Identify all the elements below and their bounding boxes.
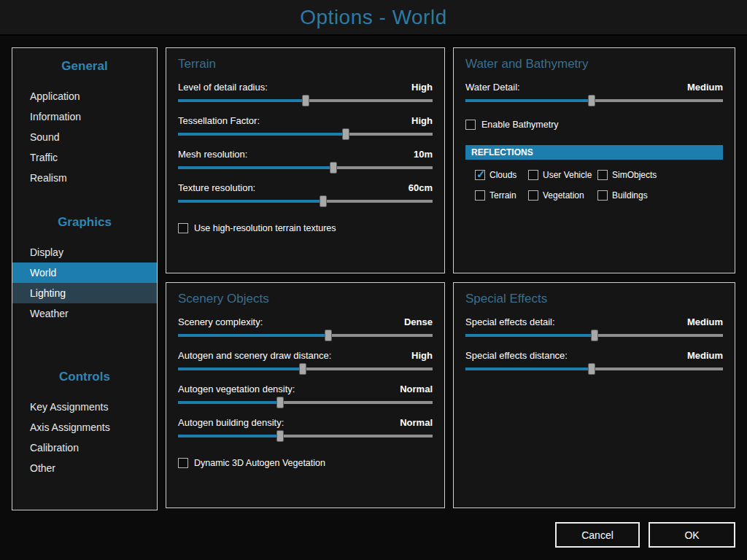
sidebar-item-world[interactable]: World [12, 262, 157, 283]
sidebar-item-weather[interactable]: Weather [12, 303, 157, 324]
slider-level-of-detail-radius: Level of detail radius: High [178, 82, 433, 102]
slider-thumb[interactable] [302, 95, 309, 106]
checkbox-icon[interactable] [178, 458, 188, 468]
slider-thumb[interactable] [342, 128, 349, 140]
sidebar-item-calibration[interactable]: Calibration [12, 438, 157, 458]
slider-label: Autogen and scenery draw distance: [178, 350, 331, 362]
slider-thumb[interactable] [588, 95, 595, 106]
sidebar-item-traffic[interactable]: Traffic [12, 147, 157, 168]
checkbox-reflections-terrain[interactable]: Terrain [475, 190, 528, 201]
sidebar-item-other[interactable]: Other [12, 458, 157, 478]
slider-label: Special effects detail: [465, 316, 555, 328]
slider-label: Autogen building density: [178, 417, 284, 429]
slider-special-effects-detail: Special effects detail: Medium [465, 316, 723, 337]
slider-value: 60cm [409, 182, 433, 194]
slider-label: Autogen vegetation density: [178, 384, 295, 395]
slider-track[interactable] [178, 334, 433, 337]
checkbox-icon[interactable] [528, 170, 538, 180]
checkbox-label: Vegetation [543, 190, 584, 201]
checkbox-label: Buildings [612, 190, 648, 201]
slider-value: High [411, 82, 433, 93]
slider-track[interactable] [178, 200, 433, 203]
checkbox-reflections-vegetation[interactable]: Vegetation [528, 190, 597, 201]
checkbox-icon[interactable] [528, 190, 538, 201]
checkbox-dynamic-3d-autogen-vegetation[interactable]: Dynamic 3D Autogen Vegetation [178, 458, 433, 468]
slider-thumb[interactable] [588, 363, 595, 375]
slider-value: Medium [687, 316, 723, 328]
slider-fill [178, 133, 346, 136]
slider-fill [178, 200, 323, 203]
slider-thumb[interactable] [591, 330, 598, 341]
slider-value: High [411, 115, 433, 127]
water-panel: Water and Bathymetry Water Detail: Mediu… [453, 47, 735, 273]
slider-special-effects-distance: Special effects distance: Medium [465, 350, 723, 370]
slider-label: Mesh resolution: [178, 149, 247, 160]
slider-mesh-resolution: Mesh resolution: 10m [178, 149, 433, 169]
slider-thumb[interactable] [299, 363, 306, 375]
cancel-button[interactable]: Cancel [555, 522, 640, 548]
checkbox-label: SimObjects [612, 170, 657, 180]
slider-track[interactable] [465, 334, 723, 337]
slider-label: Texture resolution: [178, 182, 255, 194]
checkbox-high-res-terrain-textures[interactable]: Use high-resolution terrain textures [178, 223, 433, 233]
slider-track[interactable] [178, 401, 433, 404]
slider-track[interactable] [465, 368, 723, 370]
checkbox-icon[interactable] [597, 170, 608, 180]
checkbox-label: User Vehicle [543, 170, 592, 180]
slider-thumb[interactable] [276, 397, 284, 408]
checkbox-reflections-clouds[interactable]: Clouds [475, 170, 528, 180]
slider-thumb[interactable] [330, 162, 337, 174]
checkbox-icon[interactable] [465, 120, 476, 130]
checkbox-reflections-simobjects[interactable]: SimObjects [597, 170, 723, 180]
slider-label: Water Detail: [465, 82, 520, 93]
slider-thumb[interactable] [325, 330, 332, 341]
sidebar-item-lighting[interactable]: Lighting [12, 283, 157, 303]
slider-thumb[interactable] [320, 195, 327, 207]
slider-track[interactable] [178, 99, 433, 102]
checkbox-icon[interactable] [178, 223, 188, 233]
slider-label: Special effects distance: [465, 350, 568, 362]
sidebar-item-information[interactable]: Information [12, 106, 157, 127]
slider-label: Tessellation Factor: [178, 115, 260, 127]
slider-value: 10m [414, 149, 433, 160]
slider-fill [465, 368, 592, 370]
checkbox-reflections-buildings[interactable]: Buildings [597, 190, 723, 201]
checkbox-reflections-user-vehicle[interactable]: User Vehicle [528, 170, 597, 180]
slider-label: Scenery complexity: [178, 316, 263, 328]
slider-texture-resolution: Texture resolution: 60cm [178, 182, 433, 203]
slider-value: Medium [687, 82, 723, 93]
slider-fill [178, 435, 280, 438]
effects-panel: Special Effects Special effects detail: … [453, 282, 735, 508]
slider-scenery-complexity: Scenery complexity: Dense [178, 316, 433, 337]
checkbox-enable-bathymetry[interactable]: Enable Bathymetry [465, 120, 723, 130]
sidebar-item-key-assignments[interactable]: Key Assignments [12, 397, 157, 417]
slider-fill [465, 334, 595, 337]
checkbox-label: Clouds [489, 170, 516, 180]
sidebar-item-realism[interactable]: Realism [12, 168, 157, 188]
sidebar-item-display[interactable]: Display [12, 242, 157, 262]
titlebar: Options - World [0, 0, 747, 36]
slider-track[interactable] [178, 435, 433, 438]
checkbox-icon[interactable] [475, 190, 485, 201]
sidebar: General Application Information Sound Tr… [12, 47, 158, 510]
slider-fill [178, 334, 328, 337]
checkbox-icon[interactable] [475, 170, 485, 180]
slider-label: Level of detail radius: [178, 82, 268, 93]
slider-track[interactable] [178, 368, 433, 370]
slider-autogen-building-density: Autogen building density: Normal [178, 417, 433, 438]
slider-fill [178, 166, 333, 169]
slider-thumb[interactable] [276, 430, 284, 442]
sidebar-header-graphics: Graphics [12, 214, 157, 230]
checkbox-icon[interactable] [597, 190, 608, 201]
slider-track[interactable] [178, 133, 433, 136]
slider-tessellation-factor: Tessellation Factor: High [178, 115, 433, 136]
slider-fill [178, 401, 280, 404]
slider-track[interactable] [178, 166, 433, 169]
ok-button[interactable]: OK [649, 522, 735, 548]
slider-value: Normal [400, 384, 433, 395]
sidebar-item-axis-assignments[interactable]: Axis Assignments [12, 417, 157, 438]
slider-fill [178, 99, 306, 102]
slider-track[interactable] [465, 99, 723, 102]
sidebar-item-sound[interactable]: Sound [12, 127, 157, 147]
sidebar-item-application[interactable]: Application [12, 86, 157, 106]
